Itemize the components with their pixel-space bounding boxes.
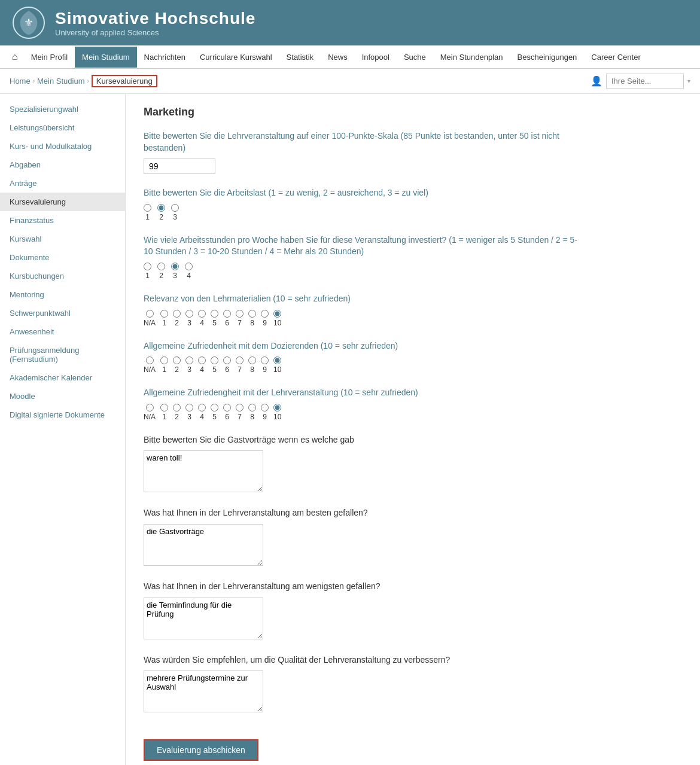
radio-q5-8[interactable] [248,356,256,364]
radio-q4-8[interactable] [248,310,256,318]
nav-curriculare-kurswahl[interactable]: Curriculare Kurswahl [193,47,279,68]
question-10-textarea[interactable]: mehrere Prüfungstermine zur Auswahl [144,670,263,712]
sidebar-item-kurswahl[interactable]: Kurswahl [0,230,125,248]
radio-q5-4[interactable] [198,356,206,364]
sidebar-item-moodle[interactable]: Moodle [0,387,125,406]
nav-mein-studium[interactable]: Mein Studium [75,47,136,68]
sidebar-item-pruefungsanmeldung[interactable]: Prüfungsanmeldung (Fernstudium) [0,341,125,368]
nav-infopool[interactable]: Infopool [355,47,397,68]
radio-q5-9[interactable] [261,356,269,364]
radio-q5-5[interactable] [211,356,218,364]
radio-q4-10[interactable] [273,310,281,318]
sidebar-item-kurs-modulkatalog[interactable]: Kurs- und Modulkatalog [0,137,125,156]
radio-q6-10[interactable] [273,404,281,412]
sidebar-item-akademischer-kalender[interactable]: Akademischer Kalender [0,368,125,387]
dropdown-chevron[interactable]: ▾ [687,78,690,84]
scale-item-q5-10: 10 [273,356,281,374]
breadcrumb-home[interactable]: Home [10,77,31,86]
sidebar-item-digital-signierte-dokumente[interactable]: Digital signierte Dokumente [0,406,125,424]
sidebar-item-spezialisierungwahl[interactable]: Spezialisierungwahl [0,100,125,118]
question-7-textarea[interactable]: waren toll! [144,450,263,492]
radio-q6-3[interactable] [185,404,193,412]
radio-q4-6[interactable] [223,310,231,318]
radio-q5-1[interactable] [160,356,168,364]
radio-q4-na[interactable] [146,310,154,318]
radio-q4-3[interactable] [185,310,193,318]
radio-q6-1-label: 1 [162,413,166,421]
question-9-label: Was hat Ihnen in der Lehrveranstaltung a… [144,581,586,593]
radio-q4-7[interactable] [236,310,244,318]
navbar: ⌂ Mein Profil Mein Studium Nachrichten C… [0,45,700,69]
scale-item-q4-7: 7 [236,310,244,327]
scale-item-q6-na: N/A [144,404,156,421]
question-7: Bitte bewerten Sie die Gastvorträge wenn… [144,434,586,495]
logo-icon: ⚜ [12,6,45,39]
nav-career-center[interactable]: Career Center [584,47,647,68]
radio-q4-1[interactable] [160,310,168,318]
search-input[interactable] [606,74,684,89]
home-icon[interactable]: ⌂ [6,45,24,68]
nav-statistik[interactable]: Statistik [279,47,321,68]
radio-q4-5[interactable] [211,310,218,318]
radio-q2-2[interactable] [157,204,165,212]
radio-q4-9[interactable] [261,310,269,318]
sidebar-item-finanzstatus[interactable]: Finanzstatus [0,211,125,230]
nav-news[interactable]: News [321,47,355,68]
radio-q5-6[interactable] [223,356,231,364]
question-6-scale-group: N/A 1 2 3 4 [144,404,586,421]
sidebar-item-anwesenheit[interactable]: Anwesenheit [0,322,125,341]
radio-q6-7[interactable] [236,404,244,412]
radio-q2-3[interactable] [171,204,179,212]
radio-q5-7[interactable] [236,356,244,364]
radio-item-3: 3 [171,204,179,221]
nav-bescheinigungen[interactable]: Bescheinigungen [510,47,585,68]
sidebar-item-mentoring[interactable]: Mentoring [0,285,125,304]
radio-q6-2[interactable] [173,404,181,412]
sidebar-item-kursbuchungen[interactable]: Kursbuchungen [0,267,125,285]
sidebar-item-kursevaluierung[interactable]: Kursevaluierung [0,193,125,211]
question-8: Was hat Ihnen in der Lehrveranstaltung a… [144,507,586,568]
radio-q3-1[interactable] [144,263,151,270]
scale-item-q5-9: 9 [261,356,269,374]
header-title: Simovative Hochschule University of appl… [55,9,255,37]
radio-q6-5-label: 5 [212,413,217,421]
question-4-label: Relevanz von den Lehrmaterialien (10 = s… [144,293,586,305]
submit-button[interactable]: Evaluierung abschicken [144,739,258,761]
user-icon: 👤 [591,75,602,87]
radio-q6-na[interactable] [146,404,154,412]
radio-q6-8[interactable] [248,404,256,412]
radio-q2-1[interactable] [144,204,151,212]
radio-q5-10-label: 10 [273,365,281,374]
nav-mein-profil[interactable]: Mein Profil [24,47,75,68]
radio-q6-5[interactable] [211,404,218,412]
radio-q3-2[interactable] [157,263,165,270]
site-title: Simovative Hochschule [55,9,255,28]
radio-q5-3[interactable] [185,356,193,364]
nav-stundenplan[interactable]: Mein Stundenplan [433,47,510,68]
radio-q5-2[interactable] [173,356,181,364]
radio-q3-3[interactable] [171,263,179,270]
sidebar-item-antraege[interactable]: Anträge [0,174,125,193]
sidebar-item-leistungsuebersicht[interactable]: Leistungsübersicht [0,118,125,137]
sidebar-item-abgaben[interactable]: Abgaben [0,156,125,174]
question-9-textarea[interactable]: die Terminfindung für die Prüfung [144,598,263,639]
radio-q5-na[interactable] [146,356,154,364]
nav-nachrichten[interactable]: Nachrichten [137,47,193,68]
breadcrumb-sep1: › [33,78,35,84]
breadcrumb-mein-studium[interactable]: Mein Studium [37,77,84,86]
radio-q5-10[interactable] [273,356,281,364]
radio-q4-4[interactable] [198,310,206,318]
radio-q6-6[interactable] [223,404,231,412]
sidebar-item-dokumente[interactable]: Dokumente [0,248,125,267]
question-8-textarea[interactable]: die Gastvorträge [144,524,263,566]
breadcrumb-current: Kursevaluierung [92,75,157,87]
radio-q6-4[interactable] [198,404,206,412]
radio-q3-4[interactable] [185,263,193,270]
radio-q6-9[interactable] [261,404,269,412]
sidebar-item-schwerpunktwahl[interactable]: Schwerpunktwahl [0,304,125,322]
question-1-input[interactable] [144,159,215,174]
radio-q4-2[interactable] [173,310,181,318]
nav-suche[interactable]: Suche [397,47,433,68]
radio-item-2: 2 [157,204,165,221]
radio-q6-1[interactable] [160,404,168,412]
